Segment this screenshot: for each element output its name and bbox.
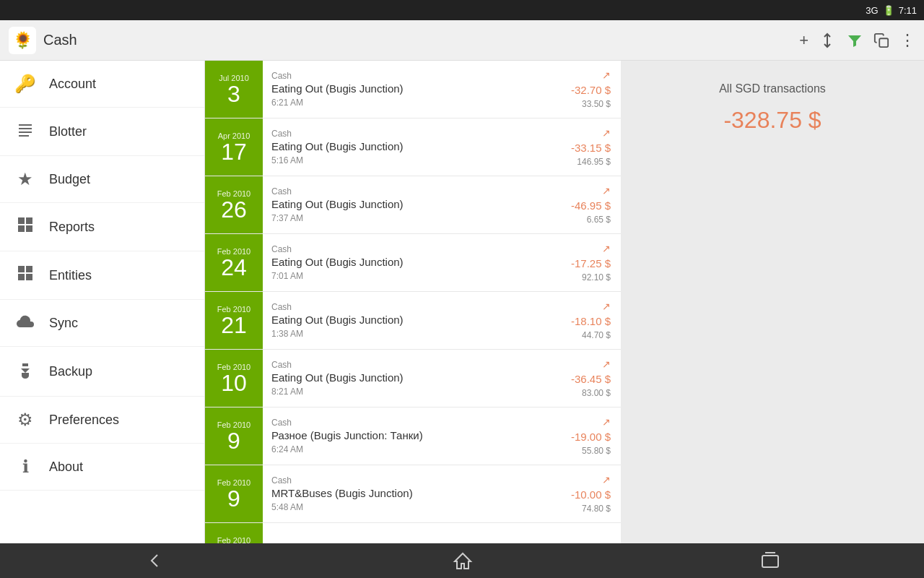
- toolbar: 🌻 Cash + ⋮: [0, 20, 924, 61]
- transaction-amounts: ↗: [534, 523, 621, 543]
- svg-rect-3: [19, 124, 32, 126]
- account-name: Cash: [271, 129, 526, 139]
- svg-rect-9: [18, 225, 25, 232]
- transaction-amounts: ↗ -36.45 $ 83.00 $: [534, 350, 621, 407]
- balance: 44.70 $: [582, 330, 611, 340]
- transaction-description: Разное (Bugis Junction: Танки): [271, 429, 526, 441]
- table-row[interactable]: Feb 2010 21 Cash Eating Out (Bugis Junct…: [205, 292, 621, 350]
- home-button[interactable]: [453, 551, 473, 571]
- more-button[interactable]: ⋮: [899, 31, 915, 50]
- transaction-description: Eating Out (Bugis Junction): [271, 371, 526, 384]
- transaction-description: Eating Out (Bugis Junction): [271, 140, 526, 152]
- table-row[interactable]: Feb 2010 9 Cash Разное (Bugis Junction: …: [205, 407, 621, 465]
- arrow-icon: ↗: [602, 543, 611, 544]
- app-icon: 🌻: [9, 27, 36, 54]
- transaction-time: 6:24 AM: [271, 444, 526, 454]
- transaction-details: Cash Eating Out (Bugis Junction) 6:21 AM: [263, 61, 534, 118]
- copy-button[interactable]: [873, 33, 889, 48]
- table-row[interactable]: Feb 2010 24 Cash Eating Out (Bugis Junct…: [205, 234, 621, 292]
- svg-rect-7: [18, 217, 25, 224]
- date-badge: Apr 2010 17: [205, 118, 263, 176]
- sidebar-label-budget: Budget: [49, 172, 90, 187]
- day-number: 9: [227, 487, 240, 510]
- add-button[interactable]: +: [799, 31, 808, 50]
- month-year: Feb 2010: [217, 478, 250, 487]
- table-row[interactable]: Apr 2010 17 Cash Eating Out (Bugis Junct…: [205, 118, 621, 176]
- sidebar-item-entities[interactable]: Entities: [0, 251, 204, 300]
- transaction-details: Cash: [263, 523, 534, 543]
- amount: -32.70 $: [571, 84, 611, 96]
- balance: 83.00 $: [582, 388, 611, 398]
- transaction-time: 8:21 AM: [271, 387, 526, 397]
- date-badge: Feb 2010 9: [205, 523, 263, 543]
- cloud-icon: [14, 313, 36, 333]
- svg-rect-11: [18, 266, 25, 272]
- reports-icon: [14, 216, 36, 238]
- transaction-details: Cash Eating Out (Bugis Junction) 8:21 AM: [263, 350, 534, 407]
- svg-marker-1: [848, 35, 861, 47]
- sidebar-item-about[interactable]: ℹ About: [0, 444, 204, 491]
- balance: 6.65 $: [587, 215, 611, 225]
- day-number: 9: [227, 429, 240, 452]
- content-area: Jul 2010 3 Cash Eating Out (Bugis Juncti…: [205, 61, 621, 543]
- day-number: 3: [227, 82, 240, 105]
- transaction-description: Eating Out (Bugis Junction): [271, 198, 526, 210]
- transaction-time: 7:37 AM: [271, 213, 526, 223]
- sort-button[interactable]: [819, 32, 836, 49]
- date-badge: Feb 2010 26: [205, 176, 263, 233]
- transaction-amounts: ↗ -46.95 $ 6.65 $: [534, 176, 621, 233]
- toolbar-actions: + ⋮: [799, 31, 915, 50]
- sidebar-item-backup[interactable]: Backup: [0, 347, 204, 397]
- amount: -10.00 $: [571, 488, 611, 501]
- sidebar-item-reports[interactable]: Reports: [0, 203, 204, 251]
- table-row[interactable]: Feb 2010 9 Cash MRT&Buses (Bugis Junctio…: [205, 465, 621, 523]
- table-row[interactable]: Feb 2010 10 Cash Eating Out (Bugis Junct…: [205, 350, 621, 407]
- sidebar-item-budget[interactable]: ★ Budget: [0, 156, 204, 203]
- sidebar-label-reports: Reports: [49, 220, 95, 235]
- account-name: Cash: [271, 186, 526, 197]
- transaction-time: 5:16 AM: [271, 155, 526, 165]
- transaction-amounts: ↗ -19.00 $ 55.80 $: [534, 407, 621, 465]
- arrow-icon: ↗: [602, 301, 611, 312]
- svg-rect-10: [26, 225, 32, 232]
- date-badge: Feb 2010 10: [205, 350, 263, 407]
- sidebar-label-entities: Entities: [49, 268, 92, 283]
- back-button[interactable]: [144, 551, 165, 571]
- transaction-amounts: ↗ -32.70 $ 33.50 $: [534, 61, 621, 118]
- summary-title: All SGD transactions: [719, 82, 826, 95]
- account-name: Cash: [271, 71, 526, 81]
- recent-apps-button[interactable]: [761, 551, 780, 570]
- svg-rect-4: [19, 128, 32, 129]
- sidebar-label-backup: Backup: [49, 364, 92, 379]
- filter-button[interactable]: [846, 32, 863, 49]
- account-name: Cash: [271, 360, 526, 370]
- amount: -46.95 $: [571, 199, 611, 212]
- sidebar-label-about: About: [49, 460, 83, 475]
- sidebar-item-blotter[interactable]: Blotter: [0, 108, 204, 156]
- transaction-amounts: ↗ -10.00 $ 74.80 $: [534, 465, 621, 522]
- sidebar-item-sync[interactable]: Sync: [0, 300, 204, 347]
- day-number: 24: [221, 256, 247, 279]
- sidebar-item-preferences[interactable]: ⚙ Preferences: [0, 397, 204, 444]
- main-layout: 🔑 Account Blotter ★ Budget Reports: [0, 61, 924, 543]
- day-number: 26: [221, 198, 247, 221]
- table-row[interactable]: Feb 2010 26 Cash Eating Out (Bugis Junct…: [205, 176, 621, 234]
- transaction-description: Eating Out (Bugis Junction): [271, 82, 526, 95]
- amount: -19.00 $: [571, 431, 611, 443]
- day-number: 17: [221, 140, 247, 163]
- sidebar-label-blotter: Blotter: [49, 124, 87, 139]
- gear-icon: ⚙: [14, 410, 36, 430]
- date-badge: Feb 2010 9: [205, 407, 263, 465]
- sidebar-item-account[interactable]: 🔑 Account: [0, 61, 204, 108]
- arrow-icon: ↗: [602, 358, 611, 370]
- account-name: Cash: [271, 302, 526, 312]
- svg-rect-2: [879, 38, 888, 47]
- svg-rect-12: [26, 266, 32, 272]
- svg-rect-14: [26, 274, 32, 280]
- account-name: Cash: [271, 418, 526, 428]
- table-row[interactable]: Feb 2010 9 Cash ↗: [205, 523, 621, 543]
- date-badge: Feb 2010 24: [205, 234, 263, 291]
- signal-indicator: 3G: [866, 5, 878, 16]
- transaction-description: Eating Out (Bugis Junction): [271, 256, 526, 268]
- table-row[interactable]: Jul 2010 3 Cash Eating Out (Bugis Juncti…: [205, 61, 621, 118]
